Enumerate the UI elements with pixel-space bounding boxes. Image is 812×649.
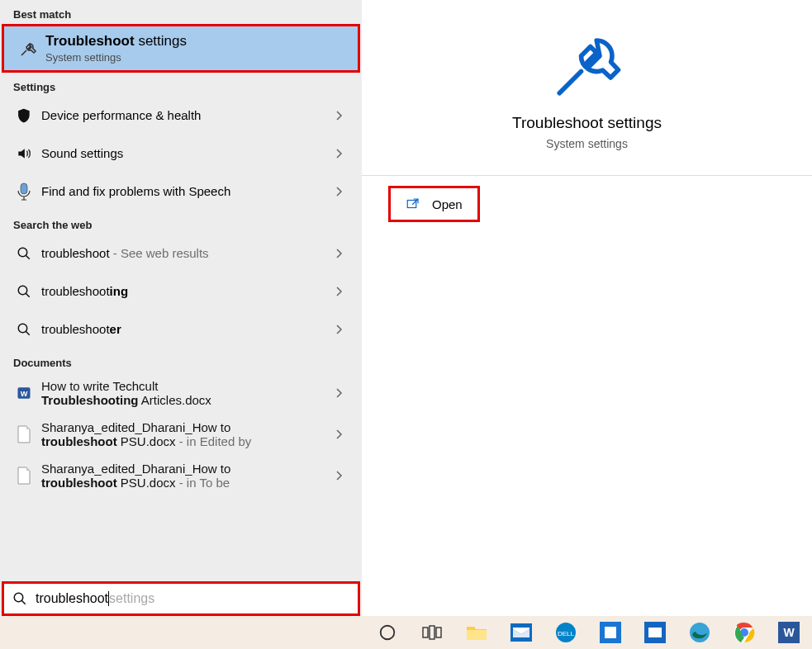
svg-point-8 bbox=[381, 626, 395, 640]
search-icon bbox=[12, 322, 36, 337]
web-text-bold: ing bbox=[110, 284, 129, 298]
result-text: Troubleshoot settings System settings bbox=[40, 33, 346, 64]
doc-line2-bold: troubleshoot bbox=[41, 434, 117, 448]
chevron-right-icon bbox=[327, 470, 350, 481]
svg-point-1 bbox=[18, 248, 27, 257]
result-device-performance[interactable]: Device performance & health bbox=[0, 97, 362, 135]
svg-text:W: W bbox=[21, 390, 28, 398]
svg-rect-9 bbox=[423, 628, 428, 637]
doc-result-techcult[interactable]: W How to write Techcult Troubleshooting … bbox=[0, 372, 362, 414]
file-explorer-icon[interactable] bbox=[461, 617, 492, 648]
doc-line2-tail: - in To be bbox=[176, 476, 230, 490]
web-result-troubleshooter[interactable]: troubleshooter bbox=[0, 310, 362, 348]
doc-result-psu-edited[interactable]: Sharanya_edited_Dharani_How to troublesh… bbox=[0, 414, 362, 455]
wrench-icon bbox=[362, 28, 812, 102]
best-title-bold: Troubleshoot bbox=[45, 33, 135, 49]
search-ghost-text: settings bbox=[109, 591, 154, 606]
result-label: Find and fix problems with Speech bbox=[41, 184, 230, 198]
web-text-tail: - See web results bbox=[110, 246, 209, 260]
doc-result-psu-tobe[interactable]: Sharanya_edited_Dharani_How to troublesh… bbox=[0, 455, 362, 496]
chevron-right-icon bbox=[327, 429, 350, 440]
search-input[interactable]: troubleshoot settings bbox=[2, 581, 360, 616]
word-icon[interactable]: W bbox=[773, 617, 805, 648]
start-search-window: Best match Troubleshoot settings System … bbox=[0, 0, 812, 616]
web-result-troubleshooting[interactable]: troubleshooting bbox=[0, 272, 362, 310]
result-label: Sound settings bbox=[41, 146, 123, 160]
result-label: Device performance & health bbox=[41, 108, 201, 122]
web-text-pre: troubleshoot bbox=[41, 246, 110, 260]
preview-title: Troubleshoot settings bbox=[362, 114, 812, 132]
svg-rect-0 bbox=[21, 183, 27, 194]
search-icon bbox=[12, 284, 36, 299]
svg-point-3 bbox=[18, 324, 27, 333]
preview-subtitle: System settings bbox=[362, 137, 812, 150]
doc-line2-rest: PSU.docx bbox=[117, 476, 176, 490]
dell-icon[interactable]: DELL bbox=[550, 617, 582, 648]
doc-line1: Sharanya_edited_Dharani_How to bbox=[41, 462, 327, 476]
open-icon bbox=[406, 197, 420, 211]
svg-rect-11 bbox=[436, 628, 441, 637]
svg-rect-18 bbox=[648, 628, 662, 637]
section-documents: Documents bbox=[0, 348, 362, 372]
taskbar: DELL W bbox=[0, 616, 812, 649]
app-tile-icon[interactable] bbox=[595, 617, 626, 648]
svg-rect-7 bbox=[407, 201, 416, 208]
search-icon bbox=[12, 591, 27, 606]
divider bbox=[362, 175, 812, 176]
file-icon bbox=[12, 425, 36, 443]
chevron-right-icon bbox=[327, 248, 350, 259]
shield-icon bbox=[12, 107, 36, 124]
chevron-right-icon bbox=[327, 387, 350, 399]
chevron-right-icon bbox=[327, 148, 350, 159]
preview-hero: Troubleshoot settings System settings bbox=[362, 0, 812, 150]
chevron-right-icon bbox=[327, 324, 350, 335]
word-doc-icon: W bbox=[12, 385, 36, 401]
doc-line2-bold: troubleshoot bbox=[41, 476, 117, 490]
web-result-troubleshoot[interactable]: troubleshoot - See web results bbox=[0, 234, 362, 272]
task-view-icon[interactable] bbox=[416, 617, 448, 648]
svg-point-19 bbox=[690, 623, 710, 642]
doc-line2-rest: Articles.docx bbox=[139, 393, 211, 407]
file-icon bbox=[12, 467, 36, 485]
result-speech-fix[interactable]: Find and fix problems with Speech bbox=[0, 173, 362, 211]
result-troubleshoot-settings[interactable]: Troubleshoot settings System settings bbox=[2, 24, 360, 73]
section-best-match: Best match bbox=[0, 0, 362, 24]
results-panel: Best match Troubleshoot settings System … bbox=[0, 0, 362, 616]
microphone-icon bbox=[12, 182, 36, 201]
search-typed-text: troubleshoot bbox=[36, 591, 108, 606]
best-subtitle: System settings bbox=[45, 51, 346, 64]
doc-line2-bold: Troubleshooting bbox=[41, 393, 139, 407]
section-settings: Settings bbox=[0, 73, 362, 97]
svg-point-2 bbox=[18, 286, 27, 295]
doc-line1: How to write Techcult bbox=[41, 379, 327, 393]
search-icon bbox=[12, 246, 36, 261]
chevron-right-icon bbox=[327, 186, 350, 197]
doc-line2-tail: - in Edited by bbox=[176, 434, 252, 448]
open-button[interactable]: Open bbox=[388, 186, 480, 222]
svg-rect-10 bbox=[430, 626, 434, 639]
web-text-pre: troubleshoot bbox=[41, 322, 110, 336]
open-label: Open bbox=[432, 197, 463, 211]
chrome-icon[interactable] bbox=[729, 617, 760, 648]
mail-icon[interactable] bbox=[506, 617, 537, 648]
result-sound-settings[interactable]: Sound settings bbox=[0, 135, 362, 173]
web-text-pre: troubleshoot bbox=[41, 284, 110, 298]
doc-line2-rest: PSU.docx bbox=[117, 434, 176, 448]
edge-icon[interactable] bbox=[684, 617, 715, 648]
web-text-bold: er bbox=[110, 322, 121, 336]
chevron-right-icon bbox=[327, 110, 350, 121]
doc-line1: Sharanya_edited_Dharani_How to bbox=[41, 420, 327, 434]
preview-panel: Troubleshoot settings System settings Op… bbox=[362, 0, 812, 616]
cortana-icon[interactable] bbox=[372, 617, 403, 648]
svg-text:DELL: DELL bbox=[558, 630, 575, 637]
speaker-icon bbox=[12, 145, 36, 162]
section-search-web: Search the web bbox=[0, 211, 362, 234]
wrench-icon bbox=[16, 39, 40, 59]
best-title-rest: settings bbox=[135, 33, 187, 49]
svg-point-6 bbox=[14, 593, 23, 602]
chevron-right-icon bbox=[327, 286, 350, 297]
app-tile2-icon[interactable] bbox=[639, 617, 671, 648]
svg-rect-16 bbox=[605, 627, 616, 638]
svg-text:W: W bbox=[783, 626, 795, 639]
